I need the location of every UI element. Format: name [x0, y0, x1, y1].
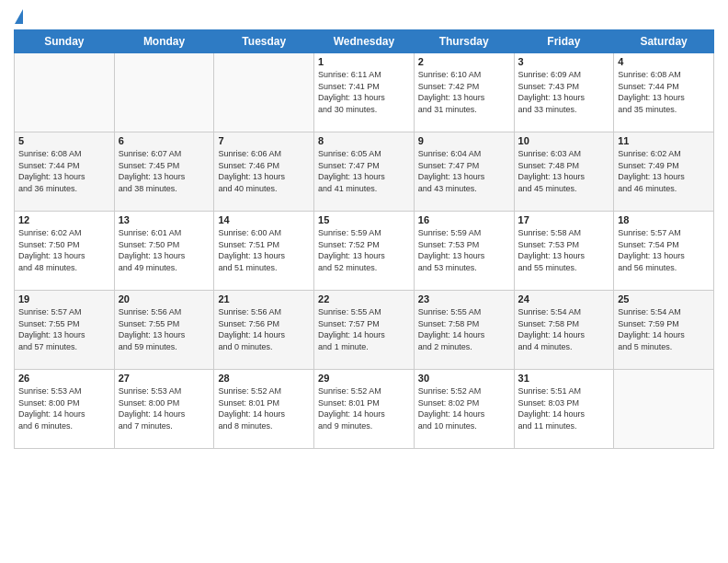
header: [14, 9, 714, 22]
day-number: 26: [18, 373, 110, 384]
day-info: Sunset: 7:46 PM: [218, 160, 310, 172]
day-info: Sunrise: 5:58 AM: [518, 227, 610, 239]
day-info: Daylight: 13 hours: [318, 250, 410, 262]
weekday-header-wednesday: Wednesday: [314, 30, 415, 53]
day-number: 18: [618, 214, 710, 225]
day-info: Sunset: 8:01 PM: [318, 397, 410, 409]
day-info: Sunrise: 5:55 AM: [418, 306, 510, 318]
day-info: and 41 minutes.: [318, 183, 410, 195]
day-info: Daylight: 13 hours: [18, 171, 110, 183]
day-cell: 8Sunrise: 6:05 AMSunset: 7:47 PMDaylight…: [314, 132, 415, 212]
day-number: 23: [418, 293, 510, 304]
weekday-header-row: SundayMondayTuesdayWednesdayThursdayFrid…: [15, 30, 714, 53]
day-number: 29: [318, 373, 410, 384]
weekday-header-sunday: Sunday: [15, 30, 115, 53]
day-info: and 35 minutes.: [618, 104, 710, 116]
day-number: 3: [518, 56, 610, 67]
day-info: Sunset: 7:43 PM: [518, 81, 610, 93]
day-info: Daylight: 14 hours: [318, 329, 410, 341]
weekday-header-thursday: Thursday: [414, 30, 514, 53]
day-info: Daylight: 13 hours: [218, 171, 310, 183]
day-cell: 20Sunrise: 5:56 AMSunset: 7:55 PMDayligh…: [114, 291, 214, 370]
day-info: Daylight: 13 hours: [18, 329, 110, 341]
day-cell: [114, 53, 214, 132]
day-info: Sunset: 7:51 PM: [218, 239, 310, 251]
day-info: Sunset: 7:59 PM: [618, 318, 710, 330]
day-number: 22: [318, 293, 410, 304]
day-cell: [15, 53, 115, 132]
day-info: Sunrise: 5:52 AM: [218, 385, 310, 397]
day-info: and 33 minutes.: [518, 104, 610, 116]
day-info: Sunset: 8:03 PM: [518, 397, 610, 409]
day-info: and 2 minutes.: [418, 341, 510, 353]
day-info: Sunset: 7:52 PM: [318, 239, 410, 251]
day-number: 21: [218, 293, 310, 304]
day-cell: 7Sunrise: 6:06 AMSunset: 7:46 PMDaylight…: [214, 132, 314, 212]
day-cell: 23Sunrise: 5:55 AMSunset: 7:58 PMDayligh…: [414, 291, 514, 370]
day-cell: [214, 53, 314, 132]
day-info: Sunset: 7:56 PM: [218, 318, 310, 330]
week-row-1: 1Sunrise: 6:11 AMSunset: 7:41 PMDaylight…: [15, 53, 714, 132]
day-cell: 12Sunrise: 6:02 AMSunset: 7:50 PMDayligh…: [15, 212, 115, 291]
day-info: Daylight: 14 hours: [218, 408, 310, 420]
day-info: Sunset: 7:44 PM: [618, 81, 710, 93]
day-info: Sunrise: 6:00 AM: [218, 227, 310, 239]
day-info: Sunset: 7:53 PM: [518, 239, 610, 251]
day-number: 16: [418, 214, 510, 225]
day-info: Daylight: 14 hours: [518, 408, 610, 420]
day-number: 30: [418, 373, 510, 384]
day-number: 28: [218, 373, 310, 384]
day-number: 19: [18, 293, 110, 304]
day-number: 10: [518, 135, 610, 146]
day-info: Sunrise: 5:52 AM: [318, 385, 410, 397]
day-info: and 0 minutes.: [218, 341, 310, 353]
day-info: Daylight: 13 hours: [518, 92, 610, 104]
day-info: Sunrise: 5:57 AM: [618, 227, 710, 239]
day-cell: 14Sunrise: 6:00 AMSunset: 7:51 PMDayligh…: [214, 212, 314, 291]
day-info: and 57 minutes.: [18, 341, 110, 353]
day-info: Sunrise: 5:52 AM: [418, 385, 510, 397]
day-info: Sunrise: 5:56 AM: [119, 306, 210, 318]
day-cell: 29Sunrise: 5:52 AMSunset: 8:01 PMDayligh…: [314, 370, 415, 449]
day-info: and 10 minutes.: [418, 420, 510, 432]
day-number: 24: [518, 293, 610, 304]
day-info: Sunset: 7:41 PM: [318, 81, 410, 93]
day-info: and 9 minutes.: [318, 420, 410, 432]
day-info: and 8 minutes.: [218, 420, 310, 432]
day-info: Daylight: 13 hours: [518, 250, 610, 262]
day-info: and 49 minutes.: [119, 262, 210, 274]
day-info: Daylight: 14 hours: [418, 408, 510, 420]
day-info: and 4 minutes.: [518, 341, 610, 353]
day-info: Sunset: 7:49 PM: [618, 160, 710, 172]
day-info: and 43 minutes.: [418, 183, 510, 195]
weekday-header-saturday: Saturday: [614, 30, 714, 53]
day-info: Sunrise: 6:08 AM: [618, 69, 710, 81]
day-info: Daylight: 13 hours: [318, 92, 410, 104]
day-number: 25: [618, 293, 710, 304]
day-info: and 5 minutes.: [618, 341, 710, 353]
day-info: Sunrise: 5:56 AM: [218, 306, 310, 318]
day-info: Sunrise: 6:06 AM: [218, 148, 310, 160]
logo: [14, 9, 23, 22]
day-info: Daylight: 13 hours: [119, 329, 210, 341]
day-info: Sunrise: 5:54 AM: [518, 306, 610, 318]
day-number: 1: [318, 56, 410, 67]
week-row-5: 26Sunrise: 5:53 AMSunset: 8:00 PMDayligh…: [15, 370, 714, 449]
weekday-header-friday: Friday: [514, 30, 614, 53]
day-info: Sunset: 7:55 PM: [119, 318, 210, 330]
day-info: and 7 minutes.: [119, 420, 210, 432]
day-number: 7: [218, 135, 310, 146]
day-cell: 4Sunrise: 6:08 AMSunset: 7:44 PMDaylight…: [614, 53, 714, 132]
day-cell: 30Sunrise: 5:52 AMSunset: 8:02 PMDayligh…: [414, 370, 514, 449]
day-info: and 38 minutes.: [119, 183, 210, 195]
day-info: Sunset: 7:50 PM: [119, 239, 210, 251]
day-info: Daylight: 14 hours: [518, 329, 610, 341]
day-info: Sunrise: 6:08 AM: [18, 148, 110, 160]
day-info: Sunset: 7:42 PM: [418, 81, 510, 93]
day-number: 17: [518, 214, 610, 225]
day-info: Sunrise: 5:53 AM: [18, 385, 110, 397]
logo-triangle-icon: [15, 9, 23, 24]
day-number: 14: [218, 214, 310, 225]
day-cell: 24Sunrise: 5:54 AMSunset: 7:58 PMDayligh…: [514, 291, 614, 370]
day-info: Sunset: 7:54 PM: [618, 239, 710, 251]
